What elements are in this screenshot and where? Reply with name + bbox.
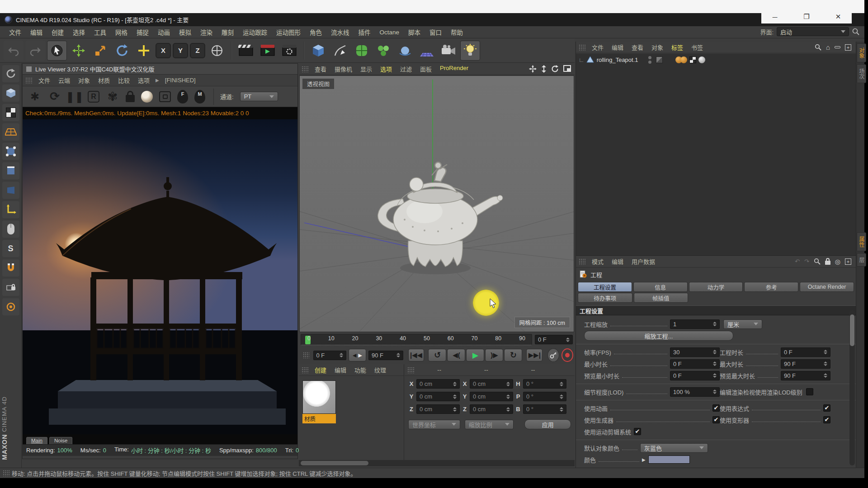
history-forward-icon[interactable]: ↷: [804, 258, 809, 265]
expand-arrow-icon[interactable]: ▶: [156, 78, 159, 83]
attribute-menu-item[interactable]: 用户数据: [627, 257, 659, 266]
minimize-button[interactable]: ─: [766, 13, 784, 21]
play-backwards-button[interactable]: ↺: [428, 349, 446, 361]
panel-grip[interactable]: [302, 367, 309, 373]
fps-field[interactable]: 30: [670, 347, 720, 357]
light-button[interactable]: [460, 41, 480, 61]
color-swatch[interactable]: [648, 455, 690, 464]
goto-end-button[interactable]: ▶▶|: [526, 349, 542, 361]
size-x-field[interactable]: 0 cm: [470, 379, 513, 389]
lock-icon[interactable]: [825, 261, 830, 265]
dynamics-tag-icon[interactable]: [680, 56, 687, 63]
environment-floor-button[interactable]: [417, 41, 437, 61]
render-view-button[interactable]: [236, 41, 256, 61]
use-expressions-checkbox[interactable]: [823, 404, 830, 412]
toggle-views-icon[interactable]: [563, 65, 571, 72]
edges-mode-button[interactable]: [2, 162, 19, 179]
previous-key-button[interactable]: ◀(: [447, 349, 465, 361]
apply-button[interactable]: 应用: [524, 419, 571, 429]
render-settings-button[interactable]: [279, 41, 299, 61]
add-panel-icon[interactable]: +: [845, 258, 851, 265]
panel-grip[interactable]: [3, 470, 10, 476]
y-axis-lock-button[interactable]: Y: [173, 43, 188, 58]
play-loop-button[interactable]: ↻: [504, 349, 522, 361]
visibility-dots[interactable]: [648, 56, 651, 64]
menubar-item[interactable]: 渲染: [196, 28, 217, 37]
menubar-item[interactable]: Octane: [375, 29, 404, 36]
menubar-item[interactable]: 工具: [90, 28, 111, 37]
pos-y-field[interactable]: 0 cm: [416, 392, 460, 401]
object-manager-menu-item[interactable]: 编辑: [608, 43, 627, 52]
menubar-item[interactable]: 角色: [305, 28, 326, 37]
channel-dropdown[interactable]: PT: [240, 92, 278, 101]
add-cube-button[interactable]: [308, 41, 328, 61]
attribute-scrollbar-thumb[interactable]: [850, 314, 854, 346]
undo-button[interactable]: [4, 41, 24, 61]
panel-grip[interactable]: [579, 44, 586, 51]
redo-button[interactable]: [25, 41, 45, 61]
end-frame-field[interactable]: 90 F: [368, 351, 403, 360]
size-z-field[interactable]: 0 cm: [470, 404, 513, 414]
viewport-solo-button[interactable]: [2, 298, 19, 315]
preview-max-field[interactable]: 90 F: [781, 371, 830, 380]
interface-dropdown[interactable]: 启动: [777, 27, 849, 36]
x-axis-lock-button[interactable]: X: [156, 43, 171, 58]
attribute-tab[interactable]: 参考: [744, 282, 798, 292]
search-icon[interactable]: [852, 28, 860, 36]
dolly-view-icon[interactable]: [541, 65, 547, 73]
search-icon[interactable]: [815, 44, 821, 51]
render-to-picture-viewer-button[interactable]: [258, 41, 278, 61]
menubar-item[interactable]: 动画: [153, 28, 175, 37]
live-viewer-menu-item[interactable]: 选项: [134, 76, 154, 84]
live-viewer-menu-item[interactable]: 云端: [54, 76, 74, 84]
menubar-item[interactable]: 文件: [5, 28, 26, 37]
home-icon[interactable]: ⌂: [826, 43, 830, 51]
material-tag-icon[interactable]: [698, 56, 705, 63]
object-manager-menu-item[interactable]: 书签: [687, 43, 707, 52]
subdivision-surface-button[interactable]: [352, 41, 372, 61]
menubar-item[interactable]: 插件: [354, 28, 375, 37]
use-generators-checkbox[interactable]: [712, 416, 720, 423]
min-time-field[interactable]: 0 F: [670, 359, 720, 369]
attribute-tab[interactable]: 待办事项: [578, 293, 632, 303]
panel-grip[interactable]: [303, 352, 309, 358]
target-icon[interactable]: ◎: [835, 258, 840, 265]
menubar-item[interactable]: 模拟: [175, 28, 196, 37]
panel-grip[interactable]: [302, 66, 309, 72]
mograph-cloner-button[interactable]: [373, 41, 393, 61]
object-manager-menu-item[interactable]: 文件: [588, 43, 608, 52]
project-scale-field[interactable]: 1: [670, 319, 720, 329]
lod-checkbox[interactable]: [806, 388, 813, 395]
duration-field[interactable]: 0 F: [781, 347, 830, 357]
object-manager-menu-item[interactable]: 对象: [647, 43, 667, 52]
live-viewer-menu-item[interactable]: 材质: [94, 76, 114, 84]
rot-b-field[interactable]: 0 °: [523, 404, 566, 414]
attribute-menu-item[interactable]: 编辑: [608, 257, 627, 266]
current-frame-field[interactable]: 0 F: [535, 335, 573, 344]
record-button[interactable]: [561, 348, 573, 362]
object-name[interactable]: rolling_Teapot.1: [597, 56, 638, 63]
object-tree[interactable]: ∟ rolling_Teapot.1: [576, 54, 856, 255]
object-row[interactable]: ∟ rolling_Teapot.1: [576, 54, 856, 66]
pos-x-field[interactable]: 0 cm: [416, 379, 460, 389]
phong-tag-icon[interactable]: [689, 56, 696, 63]
panel-grip[interactable]: [25, 77, 33, 84]
rotate-view-icon[interactable]: [551, 65, 559, 73]
render-stat[interactable]: Spp/maxspp:800/800: [219, 447, 277, 454]
object-manager-menu-item[interactable]: 查看: [627, 43, 647, 52]
material-pin-icon[interactable]: M: [194, 90, 205, 103]
scale-project-button[interactable]: 缩放工程...: [584, 331, 733, 341]
dock-tab[interactable]: 对象: [857, 43, 866, 62]
viewport-menu-item[interactable]: ProRender: [436, 65, 472, 73]
panel-grip[interactable]: [579, 258, 586, 265]
viewport-canvas[interactable]: 透视视图 网格间距 : 100 cm: [299, 75, 574, 332]
restart-render-icon[interactable]: ✱: [28, 90, 42, 103]
viewport-menu-item[interactable]: 显示: [356, 65, 376, 73]
size-y-field[interactable]: 0 cm: [470, 392, 513, 401]
menubar-item[interactable]: 运动跟踪: [238, 28, 272, 37]
render-image[interactable]: [23, 119, 297, 434]
live-viewer-menu-item[interactable]: 比较: [114, 76, 134, 84]
render-stat[interactable]: Time:小时 : 分钟 : 秒/小时 : 分钟 : 秒: [114, 446, 211, 455]
attribute-tab[interactable]: 帧插值: [634, 293, 689, 303]
axis-mode-button[interactable]: [2, 201, 19, 218]
